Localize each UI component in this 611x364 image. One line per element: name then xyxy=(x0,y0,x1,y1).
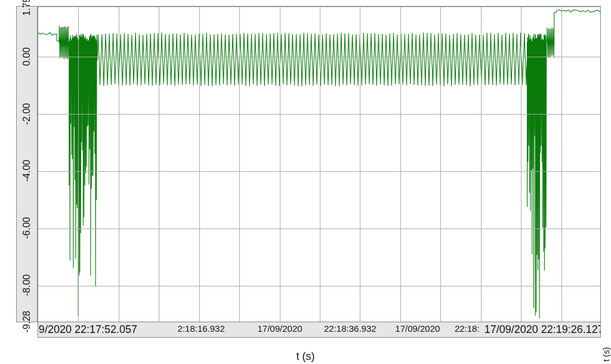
x-tick-label: 17/09/2020 xyxy=(395,323,440,334)
h-gridline xyxy=(38,57,600,57)
v-gridline xyxy=(199,7,200,322)
x-tick-label: 17/09/2020 xyxy=(258,323,303,334)
v-gridline xyxy=(239,7,240,322)
x-tick-label: 17/09/2020 22:17:52.057 xyxy=(38,323,137,336)
x-tick-label: 22:18:36.932 xyxy=(324,323,377,334)
v-gridline xyxy=(119,7,119,322)
y-axis-tick-strip: 1.750.00-2.00-4.00-6.00-8.00-9.28 xyxy=(16,6,38,322)
v-gridline xyxy=(561,7,562,322)
x-axis-title: t (s) xyxy=(0,350,611,363)
x-axis-tick-strip: 17/09/2020 22:17:52.0572:18:16.93217/09/… xyxy=(38,322,601,338)
x-axis-title-right: t (s) xyxy=(601,347,611,362)
v-gridline xyxy=(159,7,159,322)
y-tick-label: -8.00 xyxy=(21,274,32,296)
h-gridline xyxy=(38,229,600,229)
y-tick-label: 0.00 xyxy=(21,47,32,66)
v-gridline xyxy=(360,7,360,322)
y-tick-label: -9.28 xyxy=(21,311,32,332)
y-tick-label: -6.00 xyxy=(21,217,32,239)
y-tick-label: -2.00 xyxy=(21,103,32,124)
y-tick-label: 1.75 xyxy=(21,0,32,16)
h-gridline xyxy=(38,286,600,286)
h-gridline xyxy=(38,114,600,115)
x-tick-label: 2:18:16.932 xyxy=(178,323,225,334)
x-tick-label: 22:18: xyxy=(455,323,480,334)
signal-plot xyxy=(38,7,600,322)
v-gridline xyxy=(481,7,482,322)
h-gridline xyxy=(38,7,600,7)
chart-container: AI E-1 (ue) 1.750.00-2.00-4.00-6.00-8.00… xyxy=(0,0,611,364)
v-gridline xyxy=(400,7,401,322)
v-gridline xyxy=(280,7,280,322)
v-gridline xyxy=(440,7,441,322)
x-tick-label: 17/09/2020 22:19:26.127 xyxy=(485,323,601,336)
v-gridline xyxy=(320,7,320,322)
v-gridline xyxy=(78,7,79,322)
plot-area[interactable] xyxy=(38,6,601,322)
v-gridline xyxy=(521,7,521,322)
h-gridline xyxy=(38,171,600,172)
y-tick-label: -4.00 xyxy=(21,160,32,181)
